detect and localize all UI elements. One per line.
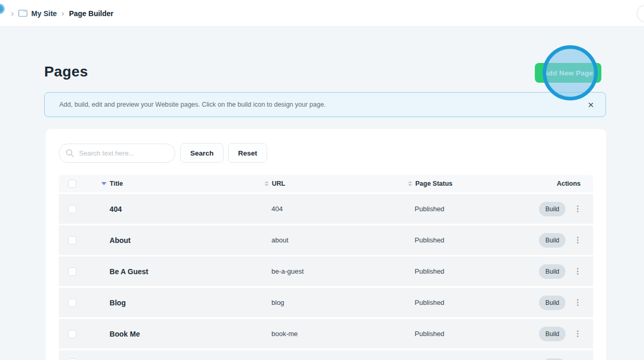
page-status-cell: Published [415,236,444,244]
kebab-menu-icon[interactable] [575,328,581,339]
page-url-cell: about [271,236,288,244]
page-status-cell: Published [415,299,444,306]
top-bar: › My Site › Page Builder [0,0,644,27]
breadcrumb-site[interactable]: My Site [31,9,57,18]
avatar[interactable] [0,4,5,14]
reset-button[interactable]: Reset [228,143,267,163]
page-title: Pages [44,63,88,80]
page-url-cell: blog [271,299,284,306]
page-url-cell: be-a-guest [271,267,304,275]
kebab-menu-icon[interactable] [575,235,581,246]
search-input[interactable] [59,144,175,163]
table-header-row: Title URL Page Status Actions [59,175,593,192]
sort-desc-icon [101,182,107,185]
page-status-cell: Published [415,330,444,338]
sort-icon [265,181,269,186]
page-title-cell: 404 [110,205,122,213]
breadcrumb-page: Page Builder [69,9,114,18]
build-button[interactable]: Build [539,264,566,279]
row-checkbox[interactable] [68,299,76,307]
page-status-cell: Published [415,205,444,213]
column-header-page-status[interactable]: Page Status [415,180,540,187]
row-checkbox[interactable] [68,205,76,213]
page-title-cell: Be A Guest [110,267,148,276]
search-field-wrap [59,144,175,163]
table-row: About about Published Build [59,225,593,255]
topbar-cutoff-button[interactable] [637,5,644,22]
kebab-menu-icon[interactable] [575,297,581,308]
page-status-cell: Published [415,267,444,275]
select-all-checkbox[interactable] [68,179,76,188]
row-checkbox[interactable] [68,330,76,338]
add-new-page-button[interactable]: Add New Page [535,63,601,83]
kebab-menu-icon[interactable] [575,203,581,214]
search-icon [65,149,74,160]
table-toolbar: Search Reset [59,143,593,163]
table-row: Blog blog Published Build [59,288,593,317]
column-header-title[interactable]: Title [110,180,272,187]
build-button[interactable]: Build [539,233,566,248]
build-button[interactable]: Build [539,295,566,310]
column-header-actions: Actions [540,180,593,187]
build-button[interactable]: Build [539,202,566,216]
page-title-cell: About [110,236,130,245]
page-url-cell: book-me [271,330,298,338]
build-button[interactable]: Build [539,327,566,341]
search-button[interactable]: Search [180,143,224,163]
row-checkbox[interactable] [68,267,76,276]
close-icon[interactable]: ✕ [585,99,596,111]
site-icon [18,9,28,17]
chevron-right-icon: › [61,9,64,18]
pages-card: Search Reset Title URL Pag [46,129,606,360]
sort-icon [408,181,412,186]
column-header-url[interactable]: URL [272,180,415,187]
pages-table: Title URL Page Status Actions 404 404 [59,175,593,360]
row-checkbox[interactable] [68,236,76,245]
info-banner-text: Add, build, edit and preview your Websit… [59,101,585,108]
table-row-partial [59,350,593,360]
table-row: 404 404 Published Build [59,194,593,224]
page-url-cell: 404 [271,205,283,213]
info-banner: Add, build, edit and preview your Websit… [44,92,606,117]
table-row: Book Me book-me Published Build [59,319,593,349]
chevron-right-icon: › [11,9,14,18]
table-row: Be A Guest be-a-guest Published Build [59,256,593,286]
page-title-cell: Book Me [110,330,140,338]
kebab-menu-icon[interactable] [575,266,581,277]
page-title-cell: Blog [110,299,126,307]
page-builder-screen: › My Site › Page Builder Pages Add New P… [0,0,644,360]
